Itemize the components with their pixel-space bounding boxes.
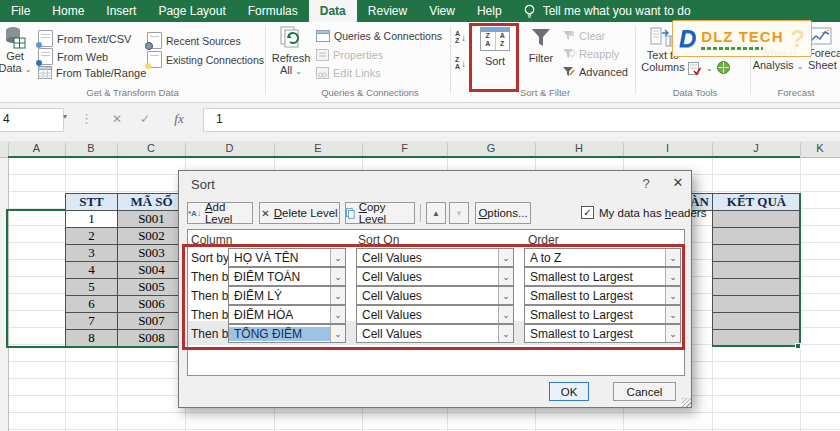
cell-b5[interactable]: 2 [65,227,118,245]
dialog-title: Sort [191,177,215,192]
cell-j4[interactable] [712,210,801,228]
tab-page-layout[interactable]: Page Layout [147,0,236,22]
toolbar-separator [420,204,421,222]
cell-b10[interactable]: 7 [65,312,118,330]
sort-annotation-box [469,23,519,92]
cell-b7[interactable]: 4 [65,261,118,279]
tab-file[interactable]: File [0,0,41,22]
row-header[interactable]: 15 [0,396,8,413]
dialog-resize-grip[interactable] [682,398,691,407]
tab-help[interactable]: Help [466,0,513,22]
cell-c4[interactable]: S001 [117,210,186,228]
existing-connections-button[interactable]: Existing Connections [147,51,264,68]
selection-border-left [6,209,8,348]
sort-descending-button[interactable]: ZA ↓ [455,56,466,70]
my-data-has-headers-checkbox[interactable]: ✓ [581,206,594,219]
confirm-entry-button[interactable]: ✓ [134,112,156,126]
excel-window: File Home Insert Page Layout Formulas Da… [0,0,840,431]
row-header[interactable]: 14 [0,379,8,396]
move-level-up-button[interactable]: ▲ [426,202,446,224]
column-header-g[interactable]: G [447,142,535,154]
cell-c11[interactable]: S008 [117,329,186,347]
advanced-filter-button[interactable]: Advanced [562,66,628,78]
add-level-button[interactable]: *A↓ Add Level [187,202,253,224]
column-header-e[interactable]: E [274,142,362,154]
cancel-entry-button[interactable]: ✕ [106,112,128,126]
cell-j9[interactable] [712,295,801,313]
column-header-k[interactable]: K [800,142,840,154]
cell-c7[interactable]: S004 [117,261,186,279]
table-header-ket-qua[interactable]: KẾT QUẢ [712,193,801,211]
cell-b9[interactable]: 6 [65,295,118,313]
tab-formulas[interactable]: Formulas [237,0,309,22]
column-header-a[interactable]: A [8,142,65,154]
from-web-button[interactable]: From Web [38,48,108,65]
tab-view[interactable]: View [418,0,466,22]
row-header[interactable]: 3 [0,192,8,209]
cell-j7[interactable] [712,261,801,279]
dropdown-chevron-icon: ⌄ [25,65,32,74]
cell-j5[interactable] [712,227,801,245]
tab-home[interactable]: Home [41,0,95,22]
dialog-close-button[interactable]: ✕ [667,175,689,190]
cell-b11[interactable]: 8 [65,329,118,347]
name-box[interactable]: 4 [0,108,64,132]
table-header-stt[interactable]: STT [65,193,118,211]
column-header-i[interactable]: I [623,142,712,154]
filter-button[interactable]: Filter [521,27,561,64]
tell-me-box[interactable]: Tell me what you want to do [523,0,691,22]
column-header-b[interactable]: B [65,142,117,154]
data-validation-button[interactable]: ⌄ [688,62,713,75]
dlz-logo-watermark: ? [790,25,805,53]
dialog-help-button[interactable]: ? [637,176,655,191]
name-box-dropdown[interactable]: ▾ [58,112,72,121]
row-header[interactable]: 16 [0,413,8,430]
recent-sources-button[interactable]: Recent Sources [147,32,241,49]
delete-level-button[interactable]: ✕ Delete Level [259,202,340,224]
column-header-f[interactable]: F [362,142,447,154]
table-header-ma-so[interactable]: MÃ SỐ [117,193,186,211]
insert-function-button[interactable]: fx [166,111,192,127]
column-header-h[interactable]: H [535,142,623,154]
cell-c9[interactable]: S006 [117,295,186,313]
cell-c6[interactable]: S003 [117,244,186,262]
row-header[interactable]: 1 [0,158,8,175]
data-validation-icon [688,62,702,75]
get-data-button[interactable]: Get Data ⌄ [0,26,36,76]
column-header-d[interactable]: D [185,142,274,154]
group-separator [635,26,636,94]
options-button[interactable]: Options... [475,202,531,224]
cell-b4[interactable]: 1 [65,210,118,228]
sort-ascending-button[interactable]: AZ ↓ [455,30,466,44]
from-table-range-button[interactable]: From Table/Range [38,66,146,79]
from-text-csv-button[interactable]: From Text/CSV [38,30,131,47]
dropdown-chevron-icon: ⌄ [706,64,713,73]
tab-data[interactable]: Data [309,0,357,22]
row-header[interactable]: 2 [0,175,8,192]
formula-input[interactable]: 1 [203,108,840,132]
cell-c5[interactable]: S002 [117,227,186,245]
ok-button[interactable]: OK [549,382,589,401]
selection-border-bottom-right [712,345,799,347]
cell-c8[interactable]: S005 [117,278,186,296]
cell-j8[interactable] [712,278,801,296]
row-header[interactable]: 13 [0,362,8,379]
fill-handle[interactable] [795,343,801,349]
cell-b6[interactable]: 3 [65,244,118,262]
text-csv-icon [38,30,53,47]
copy-level-button[interactable]: Copy Level [345,202,415,224]
column-header-j[interactable]: J [712,142,800,154]
tab-review[interactable]: Review [357,0,418,22]
queries-connections-button[interactable]: Queries & Connections [316,30,442,42]
tab-insert[interactable]: Insert [95,0,147,22]
cell-b8[interactable]: 5 [65,278,118,296]
cancel-button[interactable]: Cancel [613,382,676,401]
refresh-all-button[interactable]: Refresh All ⌄ [268,26,314,78]
cell-j10[interactable] [712,312,801,330]
cell-c10[interactable]: S007 [117,312,186,330]
selected-columns-underline [8,156,800,158]
clear-filter-button: Clear [562,30,605,42]
column-header-c[interactable]: C [117,142,185,154]
cell-j6[interactable] [712,244,801,262]
consolidate-button[interactable] [716,60,731,75]
